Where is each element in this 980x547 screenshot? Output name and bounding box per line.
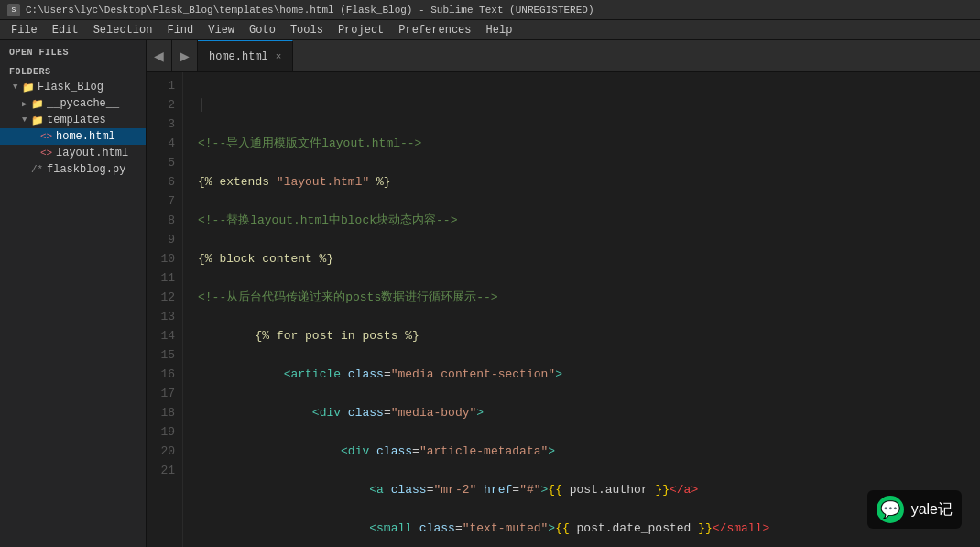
code-line-8: <article class="media content-section">	[198, 365, 980, 384]
html-icon: <>	[40, 148, 53, 159]
sidebar-item-label: Flask_Blog	[38, 81, 103, 93]
sidebar-item-label: templates	[47, 114, 106, 126]
watermark-icon: 💬	[877, 496, 904, 523]
menu-bar: FileEditSelectionFindViewGotoToolsProjec…	[0, 20, 980, 40]
menu-item-selection[interactable]: Selection	[86, 22, 160, 38]
tab-home-html[interactable]: home.html ×	[198, 40, 293, 71]
code-editor[interactable]: │ <!--导入通用模版文件layout.html--> {% extends …	[183, 72, 980, 547]
code-line-3: {% extends "layout.html" %}	[198, 172, 980, 191]
sidebar-item-pycache[interactable]: ▶ 📁 __pycache__	[0, 95, 146, 112]
folders-header: FOLDERS	[0, 65, 146, 79]
app-icon: S	[7, 4, 20, 16]
code-line-4: <!--替换layout.html中block块动态内容-->	[198, 211, 980, 230]
code-line-9: <div class="media-body">	[198, 403, 980, 422]
sidebar-item-label: __pycache__	[47, 97, 119, 110]
sidebar-item-flask-blog[interactable]: ▼ 📁 Flask_Blog	[0, 79, 146, 95]
menu-item-find[interactable]: Find	[159, 22, 201, 38]
arrow-icon: ▼	[22, 115, 31, 125]
menu-item-tools[interactable]: Tools	[283, 22, 331, 38]
folders-section: FOLDERS ▼ 📁 Flask_Blog ▶ 📁 __pycache__ ▼…	[0, 61, 146, 181]
sidebar-item-label: flaskblog.py	[47, 163, 125, 176]
sidebar: OPEN FILES FOLDERS ▼ 📁 Flask_Blog ▶ 📁 __…	[0, 40, 147, 547]
code-line-12: <small class="text-muted">{{ post.date_p…	[198, 519, 980, 538]
line-numbers: 1 2 3 4 5 6 7 8 9 10 11 12 13 14 15 16 1…	[147, 72, 183, 547]
code-area: 1 2 3 4 5 6 7 8 9 10 11 12 13 14 15 16 1…	[147, 72, 980, 547]
watermark-text: yale记	[911, 500, 953, 520]
py-icon: /*	[31, 164, 44, 175]
menu-item-project[interactable]: Project	[331, 22, 391, 38]
sidebar-item-label: home.html	[56, 130, 115, 143]
menu-item-help[interactable]: Help	[479, 22, 520, 38]
menu-item-goto[interactable]: Goto	[242, 22, 283, 38]
code-line-2: <!--导入通用模版文件layout.html-->	[198, 134, 980, 153]
menu-item-file[interactable]: File	[4, 22, 45, 38]
sidebar-item-label: layout.html	[56, 147, 128, 159]
editor-area: ◀ ▶ home.html × 1 2 3 4 5 6 7 8 9 10 11 …	[147, 40, 980, 547]
tab-nav-right[interactable]: ▶	[172, 40, 198, 71]
title-text: C:\Users\lyc\Desktop\Flask_Blog\template…	[26, 5, 594, 16]
main-layout: OPEN FILES FOLDERS ▼ 📁 Flask_Blog ▶ 📁 __…	[0, 40, 980, 547]
sidebar-item-layout-html[interactable]: <> layout.html	[0, 145, 146, 161]
tab-close-button[interactable]: ×	[276, 51, 282, 62]
code-line-1: │	[198, 95, 980, 115]
code-line-11: <a class="mr-2" href="#">{{ post.author …	[198, 480, 980, 499]
folder-icon: 📁	[31, 115, 44, 126]
folder-icon: 📁	[31, 98, 44, 110]
open-files-header: OPEN FILES	[0, 46, 146, 60]
arrow-icon: ▶	[22, 99, 31, 109]
watermark: 💬 yale记	[867, 490, 962, 529]
tab-bar: ◀ ▶ home.html ×	[147, 40, 980, 72]
menu-item-edit[interactable]: Edit	[45, 22, 86, 38]
tab-nav-left[interactable]: ◀	[147, 40, 172, 71]
menu-item-view[interactable]: View	[201, 22, 242, 38]
sidebar-item-home-html[interactable]: <> home.html	[0, 128, 146, 145]
code-line-10: <div class="article-metadata">	[198, 442, 980, 461]
code-line-7: {% for post in posts %}	[198, 326, 980, 345]
folder-icon: 📁	[22, 82, 35, 93]
tab-filename: home.html	[209, 50, 268, 63]
arrow-icon: ▼	[13, 82, 22, 92]
html-icon: <>	[40, 131, 53, 142]
sidebar-item-templates[interactable]: ▼ 📁 templates	[0, 112, 146, 128]
sidebar-item-flaskblog-py[interactable]: /* flaskblog.py	[0, 161, 146, 178]
title-bar: S C:\Users\lyc\Desktop\Flask_Blog\templa…	[0, 0, 980, 20]
code-line-5: {% block content %}	[198, 249, 980, 268]
code-line-6: <!--从后台代码传递过来的posts数据进行循环展示-->	[198, 288, 980, 307]
menu-item-preferences[interactable]: Preferences	[391, 22, 478, 38]
open-files-section: OPEN FILES	[0, 40, 146, 61]
